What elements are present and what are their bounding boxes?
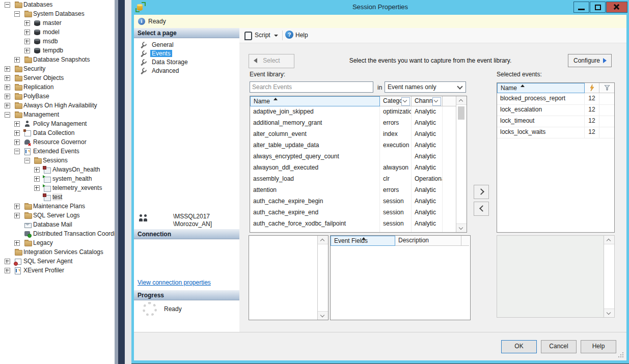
filter-dropdown-icon[interactable] [401, 97, 410, 106]
table-row[interactable]: always_encrypted_query_countAnalytic [250, 151, 456, 163]
tree-item[interactable]: tempdb [0, 46, 115, 55]
tree-item[interactable]: Database Mail [0, 220, 115, 229]
tree-item[interactable]: Always On High Availability [0, 101, 115, 110]
panel-scrollbar-strip[interactable] [115, 0, 118, 364]
scrollbar-thumb[interactable] [458, 106, 464, 120]
column-header-event-fields[interactable]: Event Fields [331, 236, 395, 246]
scroll-down-button[interactable] [456, 223, 467, 232]
expand-icon[interactable] [14, 121, 20, 127]
help-button[interactable]: Help [581, 340, 616, 353]
column-header-description[interactable]: Description [395, 236, 461, 246]
scroll-up-button[interactable] [604, 236, 614, 244]
table-row[interactable]: auth_cache_expire_beginsessionAnalytic [250, 196, 456, 208]
expand-icon[interactable] [14, 130, 20, 136]
expand-icon[interactable] [34, 176, 40, 182]
column-header-fields-count[interactable] [585, 83, 599, 93]
tree-item[interactable]: Policy Management [0, 119, 115, 128]
scroll-up-button[interactable] [318, 236, 328, 244]
cancel-button[interactable]: Cancel [541, 340, 577, 353]
minimize-button[interactable] [573, 2, 589, 13]
tree-item-selected[interactable]: test [0, 192, 115, 202]
event-library-table[interactable]: Name Category Channel adaptive_join_skip… [250, 96, 467, 233]
tree-item[interactable]: master [0, 18, 115, 27]
tree-item[interactable]: Management [0, 110, 115, 119]
page-item-events[interactable]: Events [134, 49, 239, 58]
search-scope-dropdown[interactable]: Event names only [385, 81, 466, 93]
page-item-advanced[interactable]: Advanced [134, 67, 239, 75]
tree-item[interactable]: Sessions [0, 156, 115, 165]
tree-item[interactable]: Distributed Transaction Coordir [0, 229, 115, 238]
event-fields-listbox[interactable] [249, 235, 329, 320]
page-item-data-storage[interactable]: Data Storage [134, 58, 239, 67]
tree-item[interactable]: PolyBase [0, 92, 115, 101]
tree-item[interactable]: Server Objects [0, 73, 115, 82]
table-row[interactable]: alwayson_ddl_executedalwaysonAnalytic [250, 162, 456, 174]
collapse-icon[interactable] [5, 112, 10, 118]
select-button-disabled[interactable]: Select [249, 54, 294, 68]
tree-item[interactable]: Replication [0, 82, 115, 92]
table-row[interactable]: alter_column_eventindexAnalytic [250, 129, 456, 141]
selected-event-row[interactable]: locks_lock_waits12 [497, 127, 614, 138]
column-header-category[interactable]: Category [380, 96, 412, 106]
table-row[interactable]: alter_table_update_dataexecutionAnalytic [250, 140, 456, 152]
tree-item[interactable]: System Databases [0, 9, 115, 18]
expand-icon[interactable] [14, 240, 20, 246]
tree-item[interactable]: SQL Server Agent [0, 257, 115, 266]
maximize-button[interactable] [590, 2, 606, 13]
filter-dropdown-icon[interactable] [432, 97, 441, 106]
column-header-name[interactable]: Name [497, 83, 585, 93]
ok-button[interactable]: OK [501, 340, 537, 353]
column-header-name[interactable]: Name [250, 96, 380, 106]
expand-icon[interactable] [14, 139, 20, 145]
page-item-general[interactable]: General [134, 41, 239, 49]
column-header-filter[interactable] [599, 83, 614, 93]
expand-icon[interactable] [5, 259, 10, 264]
tree-item[interactable]: Resource Governor [0, 137, 115, 147]
search-events-input[interactable] [250, 81, 373, 93]
script-button[interactable]: Script [255, 32, 270, 39]
tree-item[interactable]: system_health [0, 174, 115, 183]
column-header-channel[interactable]: Channel [412, 96, 443, 106]
tree-item[interactable]: Legacy [0, 238, 115, 247]
tree-item[interactable]: AlwaysOn_health [0, 165, 115, 174]
vertical-scrollbar[interactable] [317, 236, 328, 320]
tree-item[interactable]: Maintenance Plans [0, 202, 115, 211]
event-fields-table[interactable]: Event Fields Description [330, 235, 471, 320]
expand-icon[interactable] [5, 94, 10, 99]
expand-icon[interactable] [5, 103, 10, 108]
selected-event-row[interactable]: blocked_process_report12 [497, 93, 614, 105]
tree-item[interactable]: Databases [0, 0, 115, 9]
view-connection-properties-link[interactable]: View connection properties [138, 279, 211, 286]
table-row[interactable]: auth_cache_force_xodbc_failpointsessionA… [250, 218, 456, 230]
tree-item[interactable]: Data Collection [0, 128, 115, 137]
expand-icon[interactable] [5, 85, 10, 90]
add-event-button[interactable] [474, 185, 489, 199]
expand-icon[interactable] [24, 30, 30, 35]
table-row[interactable]: adaptive_join_skippedoptimizationAnalyti… [250, 106, 456, 118]
collapse-icon[interactable] [24, 158, 30, 163]
table-row[interactable]: auth_cache_lookup_failuresessionAnalytic [250, 230, 456, 233]
expand-icon[interactable] [14, 57, 20, 63]
scroll-up-button[interactable] [456, 96, 467, 105]
expand-icon[interactable] [5, 75, 10, 81]
tree-item[interactable]: Database Snapshots [0, 55, 115, 64]
expand-icon[interactable] [24, 48, 30, 53]
tree-item[interactable]: XEvent Profiler [0, 266, 115, 275]
tree-item[interactable]: Integration Services Catalogs [0, 247, 115, 257]
expand-icon[interactable] [34, 167, 40, 173]
collapse-icon[interactable] [14, 11, 20, 17]
expand-icon[interactable] [14, 213, 20, 218]
selected-event-row[interactable]: lock_timeout12 [497, 116, 614, 127]
expand-icon[interactable] [24, 39, 30, 44]
collapse-icon[interactable] [14, 149, 20, 154]
collapse-icon[interactable] [5, 2, 10, 8]
resize-grip[interactable] [619, 353, 623, 357]
expand-icon[interactable] [14, 204, 20, 209]
table-row[interactable]: auth_cache_expire_endsessionAnalytic [250, 207, 456, 219]
scroll-down-button[interactable] [604, 309, 614, 317]
configure-button[interactable]: Configure [568, 54, 612, 67]
help-button[interactable]: Help [295, 32, 308, 39]
tree-item[interactable]: msdb [0, 37, 115, 46]
table-row[interactable]: attentionerrorsAnalytic [250, 185, 456, 197]
expand-icon[interactable] [34, 185, 40, 191]
